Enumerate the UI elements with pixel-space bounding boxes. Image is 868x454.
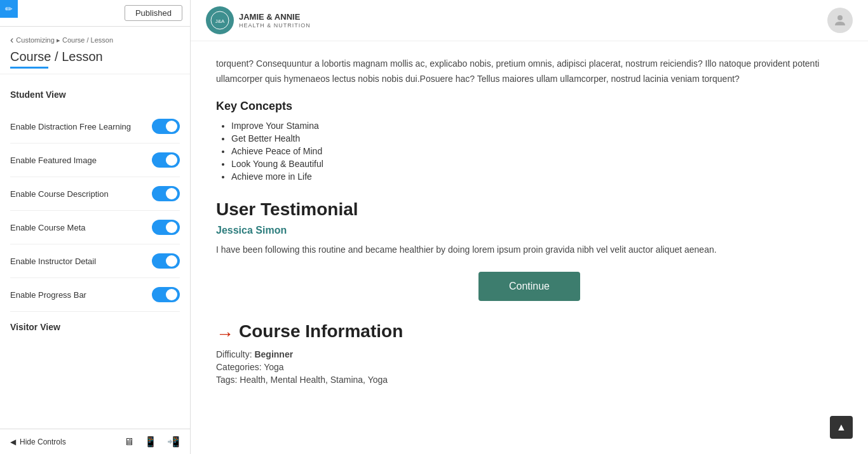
continue-button[interactable]: Continue (478, 272, 580, 301)
tags-label: Tags: (216, 375, 237, 385)
svg-point-2 (837, 15, 843, 20)
logo-svg: J&A (210, 10, 230, 30)
toggle-row-4: Enable Instructor Detail (10, 244, 180, 278)
key-concept-item-1: Get Better Health (231, 133, 843, 144)
toggle-switch-2[interactable] (152, 186, 180, 201)
testimonial-body: I have been following this routine and b… (216, 243, 843, 257)
course-info-title: Course Information (239, 321, 403, 342)
toggle-switch-1[interactable] (152, 152, 180, 168)
toggle-row-2: Enable Course Description (10, 177, 180, 211)
toggle-row-1: Enable Featured Image (10, 144, 180, 177)
toggle-label-2: Enable Course Description (10, 189, 109, 199)
tags-detail: Tags: Health, Mental Health, Stamina, Yo… (216, 375, 843, 385)
visitor-view-heading: Visitor View (10, 322, 180, 332)
categories-detail: Categories: Yoga (216, 362, 843, 372)
toggle-label-1: Enable Featured Image (10, 156, 97, 165)
back-button[interactable]: ‹ (10, 34, 13, 46)
key-concept-item-4: Achieve more in Life (231, 171, 843, 182)
key-concept-item-2: Achieve Peace of Mind (231, 146, 843, 156)
mobile-icon[interactable]: 📲 (167, 436, 180, 448)
hide-controls-label: Hide Controls (20, 437, 66, 446)
toggle-row-0: Enable Distraction Free Learning (10, 110, 180, 144)
toggle-label-5: Enable Progress Bar (10, 290, 86, 300)
visitor-view-section: Visitor View (10, 322, 180, 332)
course-info-section: → Course Information Difficulty: Beginne… (216, 321, 843, 385)
chevron-left-icon: ◀ (10, 437, 16, 446)
edit-icon[interactable]: ✏ (0, 0, 18, 18)
desktop-icon[interactable]: 🖥 (124, 436, 134, 448)
testimonial-title: User Testimonial (216, 199, 843, 220)
published-button[interactable]: Published (125, 5, 182, 21)
toggle-switch-0[interactable] (152, 119, 180, 134)
key-concepts-list: Improve Your StaminaGet Better HealthAch… (216, 121, 843, 182)
scroll-to-top-button[interactable]: ▲ (830, 416, 853, 439)
difficulty-detail: Difficulty: Beginner (216, 349, 843, 359)
hide-controls-button[interactable]: ◀ Hide Controls (10, 437, 66, 446)
logo-circle: J&A (206, 6, 234, 34)
toggle-switch-3[interactable] (152, 220, 180, 235)
key-concept-item-0: Improve Your Stamina (231, 121, 843, 131)
toggle-label-3: Enable Course Meta (10, 223, 86, 232)
customizer-panel: × Published ‹ Customizing ▸ Course / Les… (0, 0, 191, 454)
tags-value: Health, Mental Health, Stamina, Yoga (240, 375, 388, 385)
intro-text: torquent? Consequuntur a lobortis magnam… (216, 57, 843, 87)
preview-area: J&A JAMIE & ANNIE HEALTH & NUTRITION tor… (191, 0, 868, 454)
top-bar: × Published (0, 0, 190, 27)
toggle-switch-4[interactable] (152, 253, 180, 269)
key-concept-item-3: Look Young & Beautiful (231, 159, 843, 169)
logo-area: J&A JAMIE & ANNIE HEALTH & NUTRITION (206, 6, 311, 34)
logo-title: JAMIE & ANNIE (239, 12, 311, 23)
toggle-label-0: Enable Distraction Free Learning (10, 122, 131, 131)
red-arrow-right-icon: → (216, 324, 234, 344)
toggle-row-5: Enable Progress Bar (10, 278, 180, 312)
breadcrumb-section: ‹ Customizing ▸ Course / Lesson Course /… (0, 27, 190, 74)
toggle-row-3: Enable Course Meta← (10, 211, 180, 244)
categories-value: Yoga (264, 362, 283, 372)
tablet-icon[interactable]: 📱 (144, 436, 157, 448)
difficulty-label: Difficulty: (216, 349, 252, 359)
logo-text-area: JAMIE & ANNIE HEALTH & NUTRITION (239, 12, 311, 29)
bottom-bar: ◀ Hide Controls 🖥 📱 📲 (0, 429, 190, 454)
course-info-arrow: → Course Information (216, 321, 843, 347)
panel-title: Course / Lesson (10, 50, 180, 64)
svg-text:J&A: J&A (215, 18, 225, 24)
site-header: J&A JAMIE & ANNIE HEALTH & NUTRITION (191, 0, 868, 41)
testimonial-name: Jessica Simon (216, 225, 843, 236)
categories-label: Categories: (216, 362, 262, 372)
panel-content: Student View Enable Distraction Free Lea… (0, 74, 190, 429)
difficulty-value: Beginner (254, 349, 293, 359)
logo-subtitle: HEALTH & NUTRITION (239, 22, 311, 29)
key-concepts-title: Key Concepts (216, 100, 843, 113)
student-view-heading: Student View (10, 90, 180, 100)
toggle-switch-5[interactable] (152, 287, 180, 302)
content-body: torquent? Consequuntur a lobortis magnam… (191, 41, 868, 413)
toggle-label-4: Enable Instructor Detail (10, 257, 96, 266)
breadcrumb: Customizing ▸ Course / Lesson (16, 36, 113, 44)
avatar-icon (832, 13, 848, 28)
toggle-list: Enable Distraction Free LearningEnable F… (10, 110, 180, 312)
device-icons: 🖥 📱 📲 (124, 436, 180, 448)
avatar (827, 8, 853, 33)
